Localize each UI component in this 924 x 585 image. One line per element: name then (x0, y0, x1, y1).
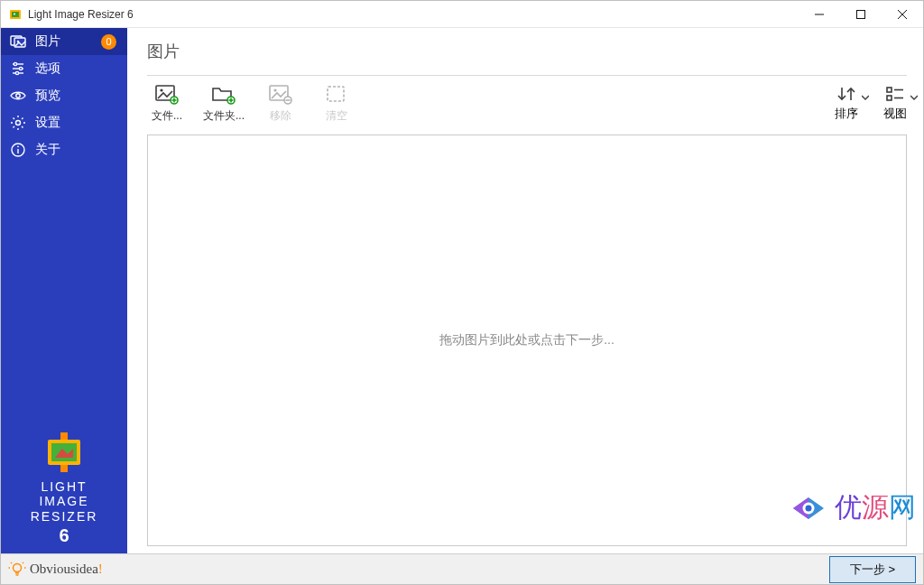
sliders-icon (10, 60, 26, 77)
toolbar: 文件... 文件夹... (147, 85, 907, 124)
brand-line: 6 (1, 525, 127, 546)
svg-point-20 (17, 145, 19, 147)
vendor-brand-bang: ! (98, 562, 103, 576)
toolbar-label: 移除 (270, 108, 291, 124)
page-title: 图片 (147, 41, 907, 62)
sidebar: 图片 0 选项 预览 (1, 28, 127, 553)
folder-add-icon (212, 85, 236, 105)
svg-rect-25 (60, 465, 68, 472)
maximize-button[interactable] (840, 1, 882, 28)
sidebar-item-preview[interactable]: 预览 (1, 82, 127, 109)
window-title: Light Image Resizer 6 (28, 8, 134, 21)
content-pane: 图片 文件... (127, 28, 923, 553)
svg-rect-43 (887, 96, 892, 100)
images-count-badge: 0 (101, 34, 116, 50)
info-icon (10, 142, 26, 158)
sidebar-item-label: 图片 (35, 33, 60, 50)
sidebar-item-label: 关于 (35, 142, 60, 158)
sidebar-item-about[interactable]: 关于 (1, 136, 127, 163)
svg-line-55 (23, 562, 23, 563)
brand-line: LIGHT (1, 479, 127, 495)
svg-point-17 (16, 121, 21, 125)
svg-point-2 (14, 13, 15, 14)
brand-text: LIGHT IMAGE RESIZER 6 (1, 479, 127, 546)
chevron-down-icon (862, 90, 869, 104)
sort-dropdown[interactable]: 排序 (835, 85, 858, 122)
lightbulb-icon (8, 561, 26, 579)
drop-hint-text: 拖动图片到此处或点击下一步... (439, 332, 614, 348)
image-add-icon (155, 85, 179, 105)
gear-icon (10, 115, 26, 131)
clear-button: 清空 (317, 85, 356, 124)
chevron-down-icon (910, 90, 918, 104)
svg-rect-38 (328, 87, 344, 101)
svg-point-16 (16, 94, 20, 98)
sidebar-item-label: 设置 (35, 115, 60, 131)
svg-point-11 (14, 62, 16, 65)
view-icon (885, 85, 905, 106)
sidebar-item-images[interactable]: 图片 0 (1, 28, 127, 55)
titlebar: Light Image Resizer 6 (1, 1, 923, 28)
app-icon (8, 7, 23, 22)
svg-rect-24 (60, 432, 68, 440)
close-button[interactable] (882, 1, 923, 28)
divider (147, 75, 907, 76)
svg-rect-1 (12, 12, 19, 17)
sidebar-item-settings[interactable]: 设置 (1, 109, 127, 136)
image-remove-icon (269, 85, 292, 105)
toolbar-label: 排序 (835, 106, 858, 122)
sidebar-item-label: 选项 (35, 60, 60, 77)
svg-point-35 (273, 88, 276, 91)
svg-point-49 (14, 563, 22, 571)
shell: 图片 0 选项 预览 (1, 28, 923, 553)
remove-button: 移除 (261, 85, 300, 124)
view-dropdown[interactable]: 视图 (883, 85, 907, 122)
sidebar-item-options[interactable]: 选项 (1, 55, 127, 82)
brand-line: IMAGE (1, 494, 127, 509)
svg-point-13 (19, 67, 22, 70)
eye-icon (10, 88, 26, 104)
add-file-button[interactable]: 文件... (147, 85, 187, 124)
image-drop-zone[interactable]: 拖动图片到此处或点击下一步... (147, 135, 907, 546)
brand-block: LIGHT IMAGE RESIZER 6 (1, 431, 127, 553)
svg-rect-4 (857, 10, 865, 18)
toolbar-label: 清空 (326, 108, 347, 124)
brand-logo-icon (42, 431, 86, 474)
toolbar-label: 视图 (883, 106, 907, 122)
images-icon (10, 33, 26, 50)
sidebar-item-label: 预览 (35, 88, 60, 104)
next-button[interactable]: 下一步 > (829, 556, 916, 583)
vendor-brand-text: Obviousidea (30, 562, 98, 576)
svg-point-27 (160, 88, 162, 91)
svg-line-54 (11, 562, 12, 563)
svg-rect-41 (887, 88, 892, 92)
footer: Obviousidea! 下一步 > (1, 553, 923, 584)
sort-icon (836, 85, 856, 106)
clear-icon (325, 85, 348, 105)
add-folder-button[interactable]: 文件夹... (203, 85, 245, 124)
minimize-button[interactable] (799, 1, 840, 28)
toolbar-label: 文件夹... (203, 108, 245, 124)
svg-point-15 (15, 71, 18, 74)
toolbar-label: 文件... (152, 108, 182, 124)
brand-line: RESIZER (1, 509, 127, 525)
vendor-brand[interactable]: Obviousidea! (30, 562, 103, 577)
